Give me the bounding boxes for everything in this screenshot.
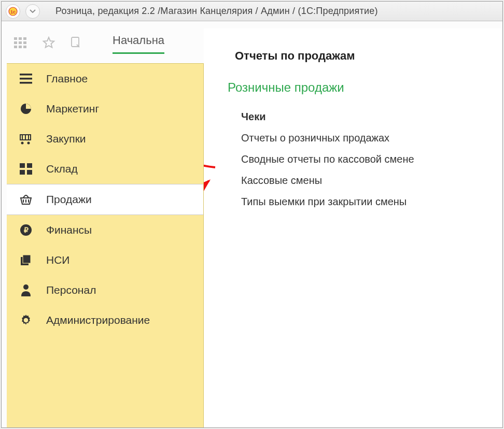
- svg-rect-12: [20, 74, 32, 76]
- sidebar-item-label: НСИ: [46, 254, 69, 266]
- left-column: Начальна ГлавноеМаркетингЗакупкиСкладПро…: [7, 28, 204, 427]
- menu-item-0[interactable]: Чеки: [241, 106, 497, 127]
- svg-rect-9: [19, 46, 22, 48]
- svg-point-20: [27, 142, 30, 145]
- folders-icon: [19, 253, 33, 267]
- app-body: Начальна ГлавноеМаркетингЗакупкиСкладПро…: [2, 21, 502, 427]
- menu-item-3[interactable]: Кассовые смены: [241, 170, 497, 191]
- sidebar-item-7[interactable]: Персонал: [7, 275, 203, 305]
- sidebar-item-5[interactable]: ₽Финансы: [7, 215, 203, 245]
- svg-rect-21: [20, 163, 25, 168]
- section-header: Розничные продажи: [228, 80, 497, 95]
- content-header[interactable]: Отчеты по продажам: [235, 49, 497, 63]
- sidebar-item-8[interactable]: Администрирование: [7, 305, 203, 335]
- svg-rect-31: [23, 255, 31, 263]
- sidebar-item-3[interactable]: Склад: [7, 154, 203, 184]
- svg-rect-7: [23, 41, 26, 44]
- sidebar-item-2[interactable]: Закупки: [7, 124, 203, 154]
- svg-rect-14: [20, 82, 32, 84]
- favorites-icon[interactable]: [42, 36, 55, 52]
- svg-rect-2: [14, 37, 17, 40]
- svg-rect-24: [27, 170, 32, 175]
- menu-item-2[interactable]: Сводные отчеты по кассовой смене: [241, 149, 497, 170]
- sidebar-item-label: Главное: [46, 73, 88, 85]
- toolbar: Начальна: [7, 28, 204, 63]
- sidebar: ГлавноеМаркетингЗакупкиСкладПродажи₽Фина…: [7, 63, 204, 427]
- annotation-arrow-2: [204, 178, 219, 214]
- svg-rect-3: [19, 37, 22, 40]
- svg-rect-23: [20, 170, 25, 175]
- svg-rect-13: [20, 78, 32, 80]
- chevron-down-icon: [30, 9, 36, 13]
- content-panel: Отчеты по продажам Розничные продажи Чек…: [204, 28, 502, 427]
- sidebar-item-0[interactable]: Главное: [7, 64, 203, 94]
- gear-icon: [19, 313, 33, 327]
- tiles-icon: [19, 162, 33, 176]
- history-icon[interactable]: [70, 36, 82, 52]
- svg-rect-4: [23, 37, 26, 40]
- sidebar-item-label: Персонал: [46, 284, 96, 296]
- title-bar: 1c Розница, редакция 2.2 /Магазин Канцел…: [2, 2, 502, 21]
- cart-icon: [19, 132, 33, 146]
- sidebar-item-label: Финансы: [46, 224, 92, 236]
- person-icon: [19, 283, 33, 297]
- dropdown-button[interactable]: [25, 4, 40, 19]
- logo-1c-icon: 1c: [8, 7, 18, 16]
- svg-rect-22: [27, 163, 32, 168]
- menu-item-1[interactable]: Отчеты о розничных продажах: [241, 127, 497, 149]
- pie-icon: [19, 102, 33, 116]
- sidebar-item-label: Продажи: [46, 193, 92, 206]
- svg-text:1c: 1c: [10, 9, 16, 15]
- menu-icon: [19, 72, 33, 85]
- app-logo-button[interactable]: 1c: [6, 4, 20, 19]
- sidebar-item-6[interactable]: НСИ: [7, 245, 203, 275]
- ruble-icon: ₽: [19, 223, 33, 237]
- annotation-arrow-1: [204, 127, 226, 174]
- svg-rect-8: [14, 46, 17, 48]
- sidebar-item-4[interactable]: Продажи: [7, 184, 203, 215]
- svg-rect-10: [23, 46, 26, 48]
- basket-icon: [19, 193, 33, 206]
- svg-point-19: [21, 142, 24, 145]
- window-title: Розница, редакция 2.2 /Магазин Канцеляри…: [55, 6, 378, 17]
- start-tab[interactable]: Начальна: [113, 34, 164, 54]
- menu-item-4[interactable]: Типы выемки при закрытии смены: [241, 191, 497, 212]
- sidebar-item-label: Администрирование: [46, 314, 150, 326]
- sections-icon[interactable]: [14, 37, 27, 51]
- sidebar-item-label: Закупки: [46, 133, 86, 145]
- svg-rect-5: [14, 41, 17, 44]
- app-window: 1c Розница, редакция 2.2 /Магазин Канцел…: [1, 1, 503, 428]
- svg-point-32: [23, 284, 29, 290]
- svg-rect-6: [19, 41, 22, 44]
- svg-text:₽: ₽: [24, 226, 29, 234]
- sidebar-item-label: Маркетинг: [46, 103, 99, 115]
- sidebar-item-label: Склад: [46, 163, 78, 175]
- sidebar-item-1[interactable]: Маркетинг: [7, 94, 203, 124]
